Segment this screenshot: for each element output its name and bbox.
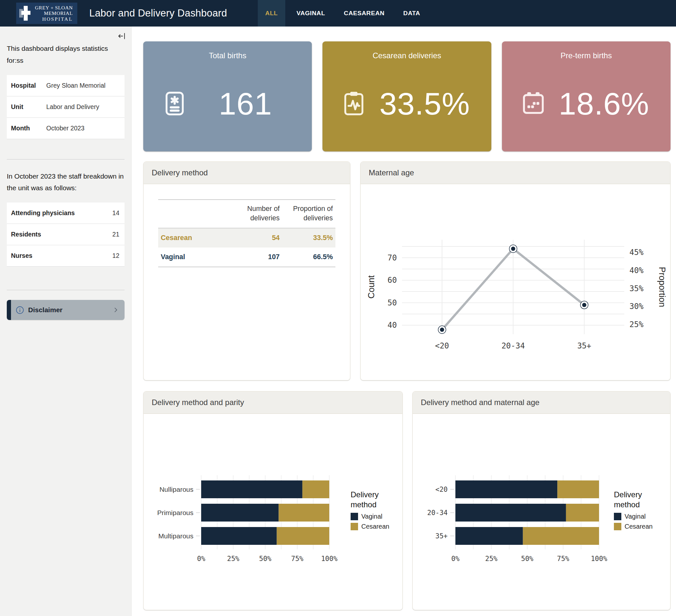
parity-card: Delivery method and parity NulliparousPr…	[143, 391, 403, 610]
svg-text:60: 60	[388, 276, 397, 285]
empty-header-cell	[158, 200, 229, 228]
svg-text:Cesarean: Cesarean	[361, 523, 389, 530]
svg-text:35%: 35%	[629, 284, 644, 293]
svg-text:35+: 35+	[435, 532, 448, 540]
nav-tabs: ALL VAGINAL CAESAREAN DATA	[258, 0, 428, 26]
info-value-month: October 2023	[43, 117, 124, 139]
charts-row-2: Delivery method and parity NulliparousPr…	[143, 391, 671, 610]
parity-stacked-bar-chart: NulliparousPrimiparousMultiparous0%25%50…	[144, 414, 402, 609]
svg-text:Count: Count	[367, 275, 376, 299]
svg-text:100%: 100%	[321, 555, 338, 563]
svg-text:<20: <20	[435, 341, 449, 350]
table-row-vaginal: Vaginal 107 66.5%	[158, 247, 335, 267]
info-icon	[15, 306, 24, 315]
svg-text:45%: 45%	[629, 248, 644, 257]
logo-line-2: MEMORIAL	[35, 10, 73, 16]
age-delivery-card: Delivery method and maternal age <2020-3…	[412, 391, 671, 610]
staff-value-attendings: 14	[104, 203, 124, 224]
logo-line-1: GREY + SLOAN	[35, 5, 73, 10]
svg-text:75%: 75%	[557, 555, 569, 563]
maternal-age-line-chart: 4050607025%30%35%40%45%CountProportion<2…	[361, 184, 670, 379]
age-stacked-bar-chart: <2020-3435+0%25%50%75%100%Deliverymethod…	[413, 414, 670, 609]
svg-text:Proportion: Proportion	[657, 267, 667, 307]
card-title: Delivery method and maternal age	[413, 391, 670, 414]
clipboard-pulse-icon	[340, 90, 368, 117]
svg-text:35+: 35+	[577, 341, 591, 350]
sidebar-divider	[7, 290, 124, 290]
svg-text:Multiparous: Multiparous	[158, 532, 193, 540]
value-box-cesarean-deliveries: Cesarean deliveries 33.5%	[323, 41, 491, 152]
svg-text:25%: 25%	[227, 555, 239, 563]
staff-intro-text: In October 2023 the staff breakdown in t…	[7, 170, 124, 194]
svg-text:20-34: 20-34	[427, 509, 448, 517]
svg-text:Deliverymethod: Deliverymethod	[614, 490, 642, 509]
svg-text:30%: 30%	[629, 302, 644, 311]
staff-table: Attending physicians 14 Residents 21 Nur…	[7, 203, 124, 267]
svg-text:40: 40	[388, 321, 397, 330]
svg-text:50%: 50%	[521, 555, 533, 563]
logo-line-3: HOSPITAL	[35, 16, 73, 22]
vaginal-count: 107	[229, 247, 282, 267]
col-header-proportion: Proportion of deliveries	[282, 200, 335, 228]
value-box-total-births: Total births 161	[143, 41, 312, 152]
hospital-logo: GREY + SLOAN MEMORIAL HOSPITAL	[16, 3, 77, 24]
line-chart-svg: 4050607025%30%35%40%45%CountProportion<2…	[361, 184, 670, 379]
svg-text:70: 70	[388, 253, 397, 262]
svg-text:Nulliparous: Nulliparous	[160, 486, 193, 493]
cesarean-count: 54	[229, 228, 282, 247]
charts-row-1: Delivery method Number of deliveries Pro…	[143, 161, 671, 381]
table-row: Unit Labor and Delivery	[7, 96, 124, 117]
row-label: Vaginal	[158, 247, 229, 267]
svg-text:40%: 40%	[629, 266, 644, 275]
file-medical-icon	[161, 90, 188, 117]
svg-text:0%: 0%	[197, 555, 206, 563]
svg-text:100%: 100%	[591, 555, 608, 563]
tab-data[interactable]: DATA	[396, 0, 428, 26]
svg-text:50%: 50%	[259, 555, 271, 563]
value-box-row: Total births 161	[143, 41, 671, 152]
vaginal-proportion: 66.5%	[282, 247, 335, 267]
value-box-preterm-births: Pre-term births	[502, 41, 671, 152]
tab-vaginal[interactable]: VAGINAL	[289, 0, 333, 26]
bar-chart-svg: <2020-3435+0%25%50%75%100%Deliverymethod…	[413, 414, 670, 609]
table-row-cesarean: Cesarean 54 33.5%	[158, 228, 335, 247]
sidebar-divider	[7, 159, 124, 160]
staff-label-residents: Residents	[7, 224, 104, 245]
sidebar-collapse-icon[interactable]	[117, 32, 126, 41]
info-value-unit: Labor and Delivery	[43, 96, 124, 117]
col-header-number: Number of deliveries	[229, 200, 282, 228]
info-label-unit: Unit	[7, 96, 43, 117]
main-content: Total births 161	[132, 26, 676, 616]
page-title: Labor and Delivery Dashboard	[89, 7, 227, 19]
svg-text:Deliverymethod: Deliverymethod	[351, 490, 379, 509]
card-title: Delivery method	[144, 162, 350, 184]
cesarean-proportion: 33.5%	[282, 228, 335, 247]
card-title: Delivery method and parity	[144, 391, 402, 414]
staff-value-residents: 21	[104, 224, 124, 245]
svg-text:50: 50	[388, 298, 397, 307]
svg-text:Vaginal: Vaginal	[361, 513, 382, 520]
info-label-hospital: Hospital	[7, 75, 43, 97]
app-header: GREY + SLOAN MEMORIAL HOSPITAL Labor and…	[0, 0, 676, 26]
svg-text:Vaginal: Vaginal	[625, 513, 645, 520]
svg-text:0%: 0%	[451, 555, 460, 563]
table-row: Nurses 12	[7, 245, 124, 267]
tab-caesarean[interactable]: CAESAREAN	[336, 0, 392, 26]
card-title: Maternal age	[361, 162, 670, 184]
table-row: Residents 21	[7, 224, 124, 245]
table-row: Hospital Grey Sloan Memorial	[7, 75, 124, 97]
bar-chart-svg: NulliparousPrimiparousMultiparous0%25%50…	[144, 414, 402, 609]
tab-all[interactable]: ALL	[258, 0, 285, 26]
info-label-month: Month	[7, 117, 43, 139]
staff-label-attendings: Attending physicians	[7, 203, 104, 224]
delivery-method-card: Delivery method Number of deliveries Pro…	[143, 161, 350, 381]
svg-text:25%: 25%	[485, 555, 498, 563]
disclaimer-accordion-button[interactable]: Disclaimer	[7, 300, 124, 320]
table-row: Month October 2023	[7, 117, 124, 139]
row-label: Cesarean	[158, 228, 229, 247]
hospital-logo-text: GREY + SLOAN MEMORIAL HOSPITAL	[35, 5, 73, 21]
staff-label-nurses: Nurses	[7, 245, 104, 267]
maternal-age-card: Maternal age 4050607025%30%35%40%45%Coun…	[360, 161, 671, 381]
sidebar-intro-text: This dashboard displays statistics for:s…	[7, 43, 124, 67]
delivery-method-table: Number of deliveries Proportion of deliv…	[158, 199, 335, 267]
